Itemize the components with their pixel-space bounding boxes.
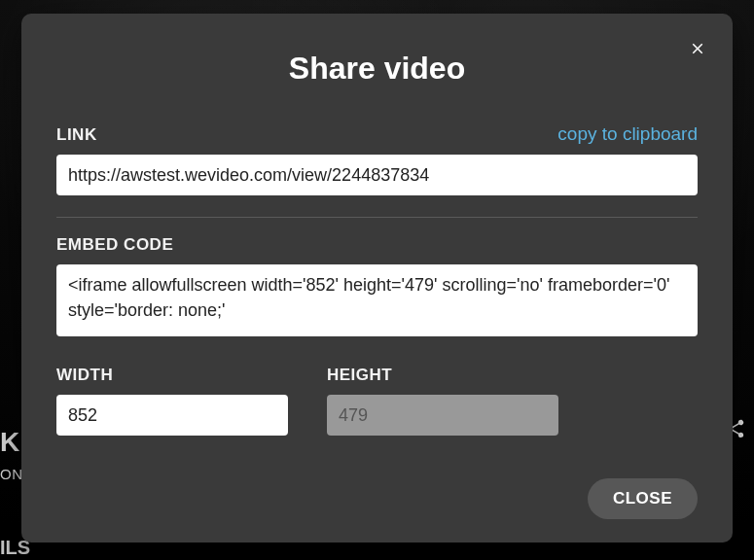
close-button[interactable]: CLOSE xyxy=(588,478,698,519)
share-link-input[interactable] xyxy=(56,155,698,195)
width-label: WIDTH xyxy=(56,366,288,385)
embed-code-label: EMBED CODE xyxy=(56,235,698,255)
height-label: HEIGHT xyxy=(327,366,558,385)
close-icon[interactable] xyxy=(684,35,711,62)
copy-to-clipboard-link[interactable]: copy to clipboard xyxy=(557,123,698,145)
modal-title: Share video xyxy=(56,51,698,87)
height-input xyxy=(327,395,558,436)
share-video-modal: Share video LINK copy to clipboard EMBED… xyxy=(21,14,733,542)
embed-code-textarea[interactable]: <iframe allowfullscreen width='852' heig… xyxy=(56,264,698,336)
width-input[interactable] xyxy=(56,395,288,436)
divider xyxy=(56,217,698,218)
link-label: LINK xyxy=(56,125,97,145)
background-partial-text: K ON xyxy=(0,428,23,485)
